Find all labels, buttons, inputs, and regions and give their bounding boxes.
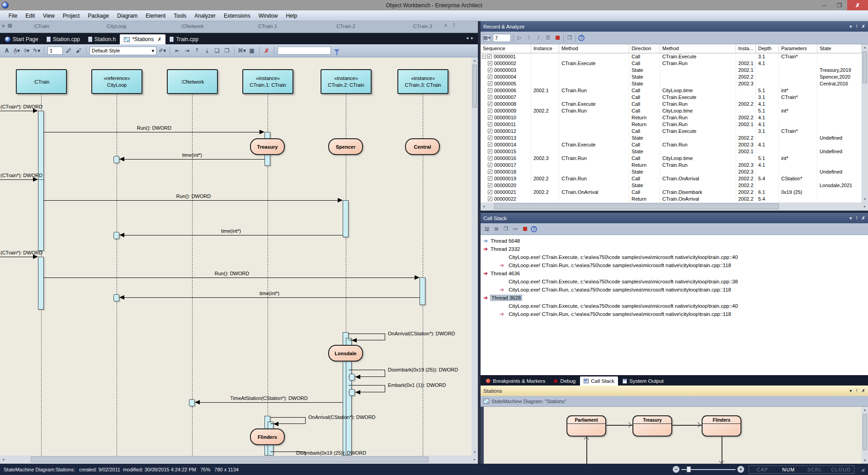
lifeline-header-cityloop[interactable]: CityLoop: [107, 24, 126, 29]
column-header-method[interactable]: Method: [660, 44, 736, 53]
play-icon[interactable]: ▷: [516, 34, 523, 42]
table-row[interactable]: ✓00000010ReturnCTrain.Run2002.24.1: [481, 114, 868, 121]
activation-ctrain2-run[interactable]: [343, 200, 349, 237]
sequence-diagram-canvas[interactable]: (CTrain*): DWORD (CTrain*): DWORD (CTrai…: [0, 57, 472, 456]
help-icon[interactable]: ?: [578, 35, 585, 41]
activation-ctrain3-run[interactable]: [420, 277, 425, 305]
zoom-handle[interactable]: [687, 466, 691, 472]
panel-close-icon[interactable]: ✗: [862, 216, 865, 221]
column-header-parameters[interactable]: Parameters: [779, 44, 817, 53]
table-row[interactable]: ✓000000162002.3CTrain.RunCallCityLoop.ti…: [481, 155, 868, 162]
table-row[interactable]: −✓00000001CallCTrain.Execute3.1CTrain*: [481, 53, 868, 60]
thread-row[interactable]: ➜Thread 3628: [481, 294, 868, 302]
state-parliament[interactable]: Parliament: [566, 415, 606, 437]
row-checkbox[interactable]: ✓: [488, 156, 492, 160]
frame-spinner[interactable]: [493, 34, 511, 42]
row-checkbox[interactable]: ✓: [488, 183, 492, 188]
fill-color-icon[interactable]: ◊▾: [23, 46, 31, 55]
activation-cnetwork[interactable]: [189, 399, 195, 406]
workbench-icon[interactable]: ⊞: [493, 226, 500, 233]
lifeline-header-ctrain3[interactable]: CTrain.3: [413, 24, 432, 29]
lifeline-header-cnetwork[interactable]: :CNetwork: [180, 24, 203, 29]
activation-cityloop[interactable]: [113, 232, 119, 239]
activation-ctrain-2[interactable]: [38, 179, 44, 251]
zoom-in-icon[interactable]: +: [737, 466, 744, 473]
found-message-line[interactable]: [0, 257, 33, 257]
stop-icon[interactable]: [554, 34, 561, 42]
record-horizontal-scrollbar[interactable]: ◂ ▸: [481, 202, 868, 211]
menu-project[interactable]: Project: [59, 11, 84, 20]
lifeline-head-cnetwork[interactable]: :CNetwork: [167, 69, 218, 94]
scroll-left-icon[interactable]: ◂: [0, 456, 6, 463]
resize-grip[interactable]: ◢: [861, 467, 864, 472]
save-icon[interactable]: 🖫: [483, 226, 491, 233]
dock-tab-systemoutput[interactable]: System Output: [619, 376, 667, 386]
run-message-line[interactable]: [44, 277, 415, 278]
record-grid-header[interactable]: SequenceInstanceMethodDirectionMethodIns…: [481, 44, 868, 53]
row-checkbox[interactable]: ✓: [488, 115, 492, 120]
activation-ctrain-3[interactable]: [38, 257, 44, 310]
text-color-icon[interactable]: A̱▾: [13, 46, 21, 55]
panel-menu-icon[interactable]: ▾: [849, 216, 852, 221]
state-oval-lonsdale[interactable]: Lonsdale: [328, 345, 363, 362]
bring-forward-icon[interactable]: ❏: [213, 46, 221, 55]
tab-traincpp[interactable]: Train.cpp: [165, 34, 203, 44]
lifeline-header-ctrain2[interactable]: CTrain.2: [336, 24, 355, 29]
scroll-up-icon[interactable]: ▴: [472, 57, 478, 64]
collapse-icon[interactable]: ▭: [512, 226, 519, 233]
thread-name[interactable]: Thread 5648: [491, 238, 520, 244]
hierarchy-icon[interactable]: ⌘▾: [238, 46, 246, 55]
align-top-icon[interactable]: ⤒: [193, 46, 201, 55]
stop-icon[interactable]: [521, 226, 528, 233]
table-row[interactable]: ✓00000005State2002.3Central,2016: [481, 80, 868, 87]
scroll-down-icon[interactable]: ▾: [472, 449, 478, 456]
time-message-line[interactable]: [119, 235, 343, 235]
scroll-down-icon[interactable]: ▾: [862, 196, 868, 202]
thread-name[interactable]: Thread 4636: [491, 271, 520, 276]
table-row[interactable]: ✓000000062002.1CTrain.RunCallCityLoop.ti…: [481, 87, 868, 94]
table-row[interactable]: ✓00000015State2002.1Undefined: [481, 148, 868, 155]
state-oval-flinders[interactable]: Flinders: [250, 428, 285, 445]
lifeline-header-ctrain1[interactable]: CTrain.1: [258, 24, 277, 29]
found-message-line[interactable]: [0, 111, 33, 111]
row-checkbox[interactable]: ✓: [488, 129, 492, 133]
lifeline-cityloop[interactable]: [117, 94, 117, 456]
pin-strip-icon[interactable]: ⊺: [453, 23, 455, 28]
panel-pin-icon[interactable]: ⊺: [855, 24, 858, 29]
row-checkbox[interactable]: ✓: [488, 169, 492, 174]
step-list-icon[interactable]: ☰: [544, 34, 552, 42]
stack-frame-row[interactable]: ➜CityLoop.exe! CTrain.Run, c:\ea\ea750\c…: [481, 310, 868, 318]
column-header-depth[interactable]: Depth: [756, 44, 779, 53]
row-checkbox[interactable]: ✓: [488, 88, 492, 93]
workbench-icon[interactable]: ⊞: [8, 23, 12, 29]
table-row[interactable]: ✓00000012CallCTrain.Execute3.1CTrain*: [481, 128, 868, 135]
align-bottom-icon[interactable]: ⤓: [203, 46, 211, 55]
table-row[interactable]: ✓00000013State2002.2Undefined: [481, 135, 868, 141]
column-header-method[interactable]: Method: [559, 44, 629, 53]
thread-row[interactable]: ➜Thread 4636: [481, 269, 868, 277]
apply-style-icon[interactable]: ✐▾: [158, 46, 166, 55]
panel-close-icon[interactable]: ✗: [862, 24, 865, 29]
row-checkbox[interactable]: ✓: [488, 95, 492, 99]
menu-tools[interactable]: Tools: [170, 11, 190, 20]
canvas-horizontal-scrollbar[interactable]: ◂ ▸: [0, 456, 478, 464]
activation-cityloop[interactable]: [113, 294, 119, 301]
scroll-thumb[interactable]: [31, 456, 429, 462]
row-checkbox[interactable]: ✓: [488, 75, 492, 79]
run-message-line[interactable]: [44, 200, 338, 201]
table-row[interactable]: ✓00000008CTrain.ExecuteCallCTrain.Run200…: [481, 101, 868, 108]
scroll-thumb[interactable]: [472, 65, 477, 108]
row-checkbox[interactable]: ✓: [488, 197, 492, 201]
lifeline-head-ctrain3ctrain[interactable]: «instance»CTrain.3: CTrain: [397, 69, 448, 94]
tab-stations[interactable]: *Stations✗: [120, 34, 165, 44]
lifeline-header-ctrain[interactable]: :CTrain: [33, 24, 49, 29]
row-checkbox[interactable]: ✓: [488, 122, 492, 127]
scroll-left-icon[interactable]: ◂: [481, 203, 487, 210]
scroll-right-icon[interactable]: ▸: [862, 203, 868, 210]
canvas-vertical-scrollbar[interactable]: ▴ ▾: [472, 57, 478, 456]
panel-pin-icon[interactable]: ⊺: [855, 388, 858, 393]
scroll-thumb[interactable]: [863, 52, 867, 83]
line-width-spinner[interactable]: [47, 47, 63, 55]
call-stack-tree[interactable]: ➜Thread 5648➜Thread 2332CityLoop.exe! CT…: [481, 235, 868, 375]
table-row[interactable]: ✓00000022ReturnCTrain.OnArrival2002.25.4: [481, 196, 868, 202]
